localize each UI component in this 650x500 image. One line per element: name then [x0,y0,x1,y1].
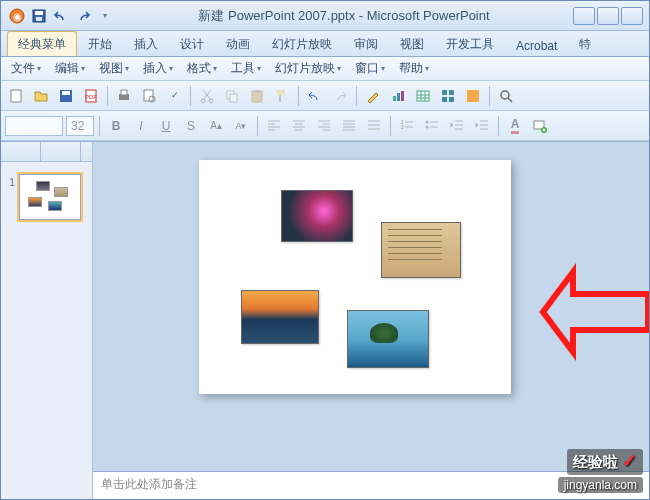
pdf-icon[interactable]: PDF [80,85,102,107]
align-center-icon[interactable] [288,115,310,137]
grow-font-icon[interactable]: A▴ [205,115,227,137]
svg-rect-28 [442,97,447,102]
menu-help[interactable]: 帮助▾ [393,58,435,79]
menu-format[interactable]: 格式▾ [181,58,223,79]
open-icon[interactable] [30,85,52,107]
find-icon[interactable] [495,85,517,107]
tab-slides[interactable] [1,142,41,161]
font-size-select[interactable]: 32 [66,116,94,136]
svg-rect-23 [397,93,400,101]
svg-rect-12 [144,90,153,101]
slide-image-3[interactable] [241,290,319,344]
decrease-indent-icon[interactable] [446,115,468,137]
slide-image-2[interactable] [381,222,461,278]
bold-label: B [112,119,121,133]
colorfill-icon[interactable] [462,85,484,107]
slide-image-1[interactable] [281,190,353,242]
shrink-font-icon[interactable]: A▾ [230,115,252,137]
svg-text:2: 2 [401,124,404,130]
menu-window[interactable]: 窗口▾ [349,58,391,79]
qat-customize-icon[interactable]: ▾ [95,6,115,26]
bullets-icon[interactable] [421,115,443,137]
svg-rect-30 [467,90,479,102]
chevron-down-icon: ▾ [425,64,429,73]
tab-classic-menu[interactable]: 经典菜单 [7,31,77,56]
increase-indent-icon[interactable] [471,115,493,137]
redo-icon[interactable] [73,6,93,26]
tab-developer[interactable]: 开发工具 [435,31,505,56]
svg-text:✓: ✓ [171,90,179,100]
align-left-icon[interactable] [263,115,285,137]
undo-icon[interactable] [304,85,326,107]
svg-rect-3 [35,11,43,15]
titlebar: ◉ ▾ 新建 PowerPoint 2007.pptx - Microsoft … [1,1,649,31]
italic-icon[interactable]: I [130,115,152,137]
format-painter-icon[interactable] [271,85,293,107]
separator [489,86,490,106]
tab-slideshow[interactable]: 幻灯片放映 [261,31,343,56]
tab-animation[interactable]: 动画 [215,31,261,56]
chart-icon[interactable] [387,85,409,107]
align-right-icon[interactable] [313,115,335,137]
menu-tools[interactable]: 工具▾ [225,58,267,79]
font-name-select[interactable] [5,116,63,136]
shadow-icon[interactable]: S [180,115,202,137]
new-icon[interactable] [5,85,27,107]
menu-edit[interactable]: 编辑▾ [49,58,91,79]
slide-number: 1 [9,174,15,220]
svg-rect-5 [11,90,21,102]
menu-slideshow[interactable]: 幻灯片放映▾ [269,58,347,79]
distribute-icon[interactable] [363,115,385,137]
tab-view[interactable]: 视图 [389,31,435,56]
notes-pane[interactable]: 单击此处添加备注 [93,471,649,499]
menu-insert[interactable]: 插入▾ [137,58,179,79]
tab-acrobat[interactable]: Acrobat [505,34,568,56]
print-icon[interactable] [113,85,135,107]
tab-outline[interactable] [41,142,81,161]
menu-label: 文件 [11,60,35,77]
slide-thumbnail[interactable]: 1 [9,174,84,220]
ink-icon[interactable] [362,85,384,107]
numbering-icon[interactable]: 12 [396,115,418,137]
print-preview-icon[interactable] [138,85,160,107]
bold-icon[interactable]: B [105,115,127,137]
redo-icon[interactable] [329,85,351,107]
workspace: 1 单击此处添加备注 经验啦 ✓ ji [1,141,649,499]
copy-icon[interactable] [221,85,243,107]
tab-design[interactable]: 设计 [169,31,215,56]
svg-point-34 [426,120,429,123]
menu-file[interactable]: 文件▾ [5,58,47,79]
chevron-down-icon: ▾ [169,64,173,73]
menu-label: 插入 [143,60,167,77]
slide-editor[interactable] [93,142,649,499]
save-icon[interactable] [55,85,77,107]
close-button[interactable] [621,7,643,25]
grid-icon[interactable] [437,85,459,107]
separator [498,116,499,136]
font-color-icon[interactable]: A [504,115,526,137]
menu-label: 格式 [187,60,211,77]
undo-icon[interactable] [51,6,71,26]
tab-home[interactable]: 开始 [77,31,123,56]
tab-review[interactable]: 审阅 [343,31,389,56]
table-icon[interactable] [412,85,434,107]
office-button[interactable]: ◉ [7,6,27,26]
slide-image-4[interactable] [347,310,429,368]
cut-icon[interactable] [196,85,218,107]
tab-insert[interactable]: 插入 [123,31,169,56]
save-icon[interactable] [29,6,49,26]
underline-icon[interactable]: U [155,115,177,137]
chevron-down-icon: ▾ [125,64,129,73]
paste-icon[interactable] [246,85,268,107]
svg-rect-4 [36,17,42,21]
maximize-button[interactable] [597,7,619,25]
slide-canvas[interactable] [199,160,511,394]
svg-text:PDF: PDF [85,94,97,100]
minimize-button[interactable] [573,7,595,25]
new-slide-icon[interactable] [529,115,551,137]
separator [99,116,100,136]
tab-more[interactable]: 特 [568,31,602,56]
menu-view[interactable]: 视图▾ [93,58,135,79]
justify-icon[interactable] [338,115,360,137]
spellcheck-icon[interactable]: ✓ [163,85,185,107]
